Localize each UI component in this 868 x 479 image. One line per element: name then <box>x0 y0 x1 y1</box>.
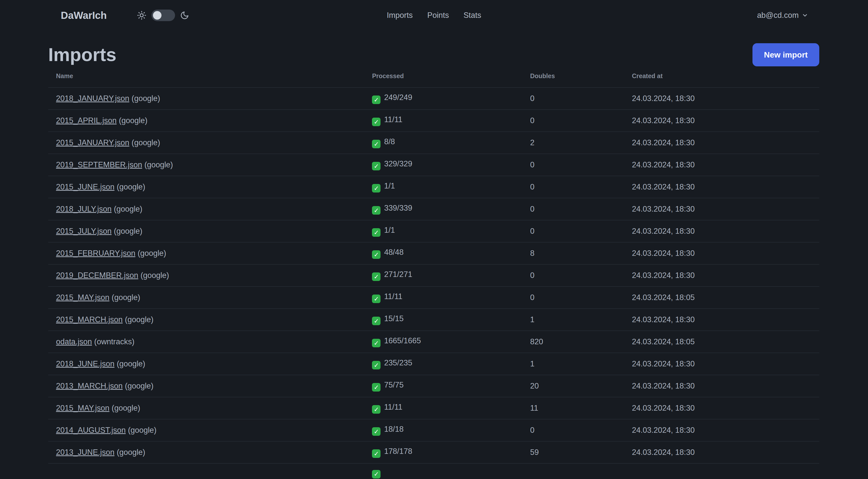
name-cell: 2014_AUGUST.json(google) <box>48 419 372 441</box>
table-row: 2018_JULY.json(google) ✓339/339 0 24.03.… <box>48 198 819 220</box>
doubles-cell: 59 <box>530 441 632 463</box>
created-at: 24.03.2024, 18:30 <box>632 426 695 435</box>
processed-count: 178/178 <box>384 447 412 456</box>
page-title: Imports <box>48 45 116 65</box>
import-file-link[interactable]: 2015_APRIL.json <box>56 116 117 125</box>
name-cell: 2013_MARCH.json(google) <box>48 375 372 397</box>
import-file-link[interactable]: 2013_MARCH.json <box>56 382 123 390</box>
created-at: 24.03.2024, 18:30 <box>632 403 695 412</box>
import-file-link[interactable]: 2019_SEPTEMBER.json <box>56 160 142 169</box>
success-check-icon: ✓ <box>372 339 380 347</box>
name-cell: 2018_JANUARY.json(google) <box>48 87 372 110</box>
import-file-link[interactable]: 2014_AUGUST.json <box>56 426 126 435</box>
doubles-count: 0 <box>530 293 534 302</box>
navbar: DaWarIch Imports Points Stats ab@cd.com <box>0 0 868 31</box>
name-cell <box>48 463 372 479</box>
processed-count: 235/235 <box>384 358 412 367</box>
import-file-link[interactable]: 2015_JANUARY.json <box>56 138 129 147</box>
doubles-count: 11 <box>530 403 538 412</box>
success-check-icon: ✓ <box>372 470 380 479</box>
moon-icon <box>180 11 189 20</box>
import-file-link[interactable]: 2013_JUNE.json <box>56 448 115 457</box>
success-check-icon: ✓ <box>372 383 380 392</box>
import-file-link[interactable]: 2019_DECEMBER.json <box>56 271 138 280</box>
processed-count: 11/11 <box>384 402 402 411</box>
name-cell: 2015_JANUARY.json(google) <box>48 132 372 154</box>
doubles-cell: 0 <box>530 287 632 309</box>
created-at: 24.03.2024, 18:30 <box>632 315 695 324</box>
table-row: 2015_APRIL.json(google) ✓11/11 0 24.03.2… <box>48 110 819 132</box>
import-file-link[interactable]: 2015_MAY.json <box>56 403 110 412</box>
doubles-cell: 0 <box>530 198 632 220</box>
import-source: (google) <box>112 293 141 302</box>
import-file-link[interactable]: 2018_JANUARY.json <box>56 94 129 103</box>
created-at: 24.03.2024, 18:05 <box>632 337 695 346</box>
import-file-link[interactable]: 2018_JUNE.json <box>56 359 115 368</box>
import-file-link[interactable]: 2015_JUNE.json <box>56 182 115 191</box>
processed-count: 271/271 <box>384 270 412 279</box>
processed-cell: ✓249/249 <box>372 87 530 110</box>
success-check-icon: ✓ <box>372 427 380 436</box>
table-header-row: Name Processed Doubles Created at <box>48 72 819 87</box>
import-file-link[interactable]: 2015_FEBRUARY.json <box>56 249 135 258</box>
created-cell: 24.03.2024, 18:05 <box>632 287 819 309</box>
theme-toggle[interactable] <box>151 9 175 21</box>
import-source: (google) <box>114 205 143 213</box>
processed-count: 1665/1665 <box>384 336 421 345</box>
processed-cell: ✓11/11 <box>372 110 530 132</box>
doubles-count: 1 <box>530 315 534 324</box>
created-cell: 24.03.2024, 18:30 <box>632 419 819 441</box>
processed-cell: ✓18/18 <box>372 419 530 441</box>
created-cell: 24.03.2024, 18:30 <box>632 154 819 176</box>
table-row: 2014_AUGUST.json(google) ✓18/18 0 24.03.… <box>48 419 819 441</box>
processed-count: 48/48 <box>384 248 404 257</box>
import-file-link[interactable]: 2015_MAY.json <box>56 293 110 302</box>
doubles-cell: 0 <box>530 220 632 242</box>
nav-link-imports[interactable]: Imports <box>387 11 413 20</box>
name-cell: 2015_JULY.json(google) <box>48 220 372 242</box>
imports-table-body: 2018_JANUARY.json(google) ✓249/249 0 24.… <box>48 87 819 479</box>
processed-count: 1/1 <box>384 226 395 235</box>
import-source: (google) <box>117 448 146 457</box>
name-cell: odata.json(owntracks) <box>48 331 372 353</box>
import-source: (google) <box>119 116 148 125</box>
created-at: 24.03.2024, 18:30 <box>632 205 695 213</box>
doubles-count: 59 <box>530 448 539 457</box>
processed-cell: ✓329/329 <box>372 154 530 176</box>
doubles-count: 0 <box>530 116 534 125</box>
nav-link-points[interactable]: Points <box>427 11 449 20</box>
column-header-processed: Processed <box>372 72 530 87</box>
name-cell: 2015_APRIL.json(google) <box>48 110 372 132</box>
doubles-count: 0 <box>530 227 534 236</box>
success-check-icon: ✓ <box>372 206 380 215</box>
doubles-count: 0 <box>530 271 534 280</box>
processed-count: 75/75 <box>384 381 404 389</box>
import-file-link[interactable]: 2018_JULY.json <box>56 205 112 213</box>
created-cell: 24.03.2024, 18:30 <box>632 375 819 397</box>
created-cell: 24.03.2024, 18:30 <box>632 110 819 132</box>
column-header-created-at: Created at <box>632 72 819 87</box>
table-row: 2015_FEBRUARY.json(google) ✓48/48 8 24.0… <box>48 242 819 264</box>
processed-count: 329/329 <box>384 159 412 168</box>
main-nav: Imports Points Stats <box>387 11 481 20</box>
created-at: 24.03.2024, 18:30 <box>632 94 695 103</box>
import-file-link[interactable]: 2015_MARCH.json <box>56 315 123 324</box>
success-check-icon: ✓ <box>372 184 380 192</box>
doubles-cell: 1 <box>530 309 632 331</box>
doubles-cell: 0 <box>530 87 632 110</box>
created-at: 24.03.2024, 18:30 <box>632 116 695 125</box>
created-at: 24.03.2024, 18:30 <box>632 448 695 457</box>
processed-cell: ✓75/75 <box>372 375 530 397</box>
doubles-cell: 2 <box>530 132 632 154</box>
account-menu[interactable]: ab@cd.com <box>757 11 808 20</box>
import-file-link[interactable]: 2015_JULY.json <box>56 227 112 236</box>
new-import-button[interactable]: New import <box>752 43 819 66</box>
success-check-icon: ✓ <box>372 228 380 237</box>
created-cell: 24.03.2024, 18:05 <box>632 331 819 353</box>
nav-link-stats[interactable]: Stats <box>463 11 481 20</box>
import-source: (google) <box>141 271 169 280</box>
processed-count: 249/249 <box>384 93 412 102</box>
brand[interactable]: DaWarIch <box>61 10 107 21</box>
import-file-link[interactable]: odata.json <box>56 337 92 346</box>
processed-cell: ✓271/271 <box>372 264 530 287</box>
